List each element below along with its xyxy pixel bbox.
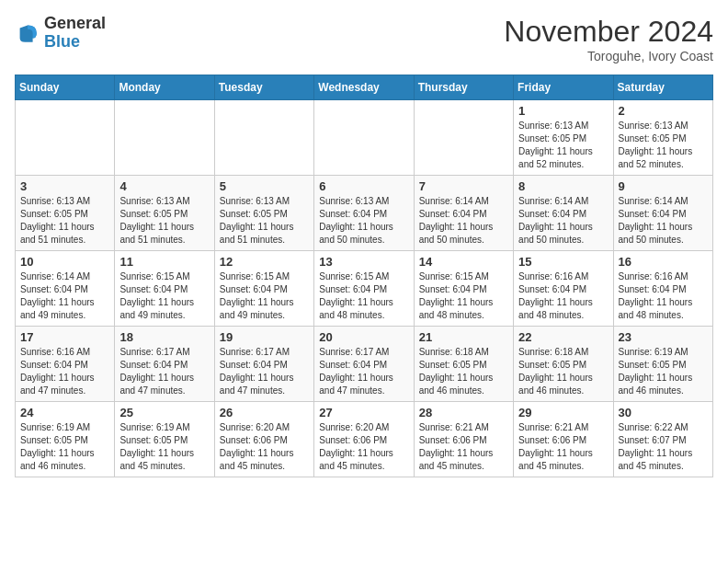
day-number: 11	[119, 255, 209, 269]
calendar-cell: 22Sunrise: 6:18 AM Sunset: 6:05 PM Dayli…	[514, 327, 613, 402]
logo: General Blue	[15, 15, 106, 52]
logo-icon	[15, 20, 40, 46]
day-info: Sunrise: 6:14 AM Sunset: 6:04 PM Dayligh…	[419, 195, 508, 247]
calendar-cell: 15Sunrise: 6:16 AM Sunset: 6:04 PM Dayli…	[514, 251, 613, 327]
day-number: 27	[319, 406, 408, 419]
calendar-cell: 10Sunrise: 6:14 AM Sunset: 6:04 PM Dayli…	[16, 251, 115, 327]
calendar-cell: 3Sunrise: 6:13 AM Sunset: 6:05 PM Daylig…	[16, 176, 115, 251]
day-number: 16	[619, 255, 708, 269]
weekday-monday: Monday	[115, 75, 214, 100]
day-info: Sunrise: 6:19 AM Sunset: 6:05 PM Dayligh…	[119, 421, 209, 473]
weekday-row: SundayMondayTuesdayWednesdayThursdayFrid…	[16, 75, 713, 100]
weekday-friday: Friday	[514, 75, 613, 100]
day-number: 24	[20, 406, 109, 419]
calendar-cell: 6Sunrise: 6:13 AM Sunset: 6:04 PM Daylig…	[314, 176, 414, 251]
day-number: 28	[419, 406, 508, 419]
day-number: 19	[220, 330, 309, 344]
month-title: November 2024	[504, 15, 713, 49]
day-info: Sunrise: 6:13 AM Sunset: 6:05 PM Dayligh…	[119, 195, 209, 247]
week-row-3: 17Sunrise: 6:16 AM Sunset: 6:04 PM Dayli…	[16, 327, 713, 402]
calendar-cell: 30Sunrise: 6:22 AM Sunset: 6:07 PM Dayli…	[613, 402, 712, 477]
day-number: 9	[619, 179, 708, 193]
day-info: Sunrise: 6:17 AM Sunset: 6:04 PM Dayligh…	[220, 346, 309, 397]
calendar-cell: 4Sunrise: 6:13 AM Sunset: 6:05 PM Daylig…	[115, 176, 214, 251]
day-number: 20	[319, 330, 408, 344]
day-info: Sunrise: 6:14 AM Sunset: 6:04 PM Dayligh…	[619, 195, 708, 247]
day-info: Sunrise: 6:21 AM Sunset: 6:06 PM Dayligh…	[518, 421, 608, 473]
day-info: Sunrise: 6:19 AM Sunset: 6:05 PM Dayligh…	[619, 346, 708, 397]
day-info: Sunrise: 6:18 AM Sunset: 6:05 PM Dayligh…	[419, 346, 508, 397]
calendar-cell: 18Sunrise: 6:17 AM Sunset: 6:04 PM Dayli…	[115, 327, 214, 402]
calendar-cell: 1Sunrise: 6:13 AM Sunset: 6:05 PM Daylig…	[514, 100, 613, 176]
calendar-cell	[314, 100, 414, 176]
day-number: 7	[419, 179, 508, 193]
calendar-header: SundayMondayTuesdayWednesdayThursdayFrid…	[16, 75, 713, 100]
calendar-cell: 17Sunrise: 6:16 AM Sunset: 6:04 PM Dayli…	[16, 327, 115, 402]
day-number: 14	[419, 255, 508, 269]
calendar-body: 1Sunrise: 6:13 AM Sunset: 6:05 PM Daylig…	[16, 100, 713, 477]
day-info: Sunrise: 6:13 AM Sunset: 6:05 PM Dayligh…	[619, 120, 708, 171]
location-subtitle: Toroguhe, Ivory Coast	[504, 49, 713, 63]
logo-general-text: General	[44, 14, 106, 32]
week-row-2: 10Sunrise: 6:14 AM Sunset: 6:04 PM Dayli…	[16, 251, 713, 327]
day-number: 15	[518, 255, 608, 269]
day-number: 29	[518, 406, 608, 419]
day-number: 17	[20, 330, 109, 344]
day-number: 25	[119, 406, 209, 419]
calendar-cell: 7Sunrise: 6:14 AM Sunset: 6:04 PM Daylig…	[414, 176, 513, 251]
calendar-cell: 21Sunrise: 6:18 AM Sunset: 6:05 PM Dayli…	[414, 327, 513, 402]
day-info: Sunrise: 6:20 AM Sunset: 6:06 PM Dayligh…	[220, 421, 309, 473]
weekday-wednesday: Wednesday	[314, 75, 414, 100]
day-info: Sunrise: 6:14 AM Sunset: 6:04 PM Dayligh…	[20, 270, 109, 322]
day-info: Sunrise: 6:14 AM Sunset: 6:04 PM Dayligh…	[518, 195, 608, 247]
week-row-0: 1Sunrise: 6:13 AM Sunset: 6:05 PM Daylig…	[16, 100, 713, 176]
day-number: 21	[419, 330, 508, 344]
calendar-cell: 9Sunrise: 6:14 AM Sunset: 6:04 PM Daylig…	[613, 176, 712, 251]
day-info: Sunrise: 6:13 AM Sunset: 6:05 PM Dayligh…	[518, 120, 608, 171]
day-info: Sunrise: 6:15 AM Sunset: 6:04 PM Dayligh…	[220, 270, 309, 322]
weekday-sunday: Sunday	[16, 75, 115, 100]
calendar-cell	[214, 100, 313, 176]
day-number: 2	[619, 104, 708, 118]
day-number: 13	[319, 255, 408, 269]
day-number: 4	[119, 179, 209, 193]
week-row-4: 24Sunrise: 6:19 AM Sunset: 6:05 PM Dayli…	[16, 402, 713, 477]
calendar-cell: 11Sunrise: 6:15 AM Sunset: 6:04 PM Dayli…	[115, 251, 214, 327]
calendar-table: SundayMondayTuesdayWednesdayThursdayFrid…	[15, 75, 713, 477]
calendar-cell: 23Sunrise: 6:19 AM Sunset: 6:05 PM Dayli…	[613, 327, 712, 402]
logo-blue-text: Blue	[44, 32, 80, 51]
day-info: Sunrise: 6:15 AM Sunset: 6:04 PM Dayligh…	[119, 270, 209, 322]
day-info: Sunrise: 6:16 AM Sunset: 6:04 PM Dayligh…	[20, 346, 109, 397]
day-info: Sunrise: 6:21 AM Sunset: 6:06 PM Dayligh…	[419, 421, 508, 473]
week-row-1: 3Sunrise: 6:13 AM Sunset: 6:05 PM Daylig…	[16, 176, 713, 251]
day-number: 22	[518, 330, 608, 344]
day-number: 6	[319, 179, 408, 193]
calendar-cell: 28Sunrise: 6:21 AM Sunset: 6:06 PM Dayli…	[414, 402, 513, 477]
day-number: 10	[20, 255, 109, 269]
calendar-cell	[16, 100, 115, 176]
day-number: 26	[220, 406, 309, 419]
calendar-cell: 5Sunrise: 6:13 AM Sunset: 6:05 PM Daylig…	[214, 176, 313, 251]
day-number: 3	[20, 179, 109, 193]
calendar-cell: 29Sunrise: 6:21 AM Sunset: 6:06 PM Dayli…	[514, 402, 613, 477]
day-info: Sunrise: 6:18 AM Sunset: 6:05 PM Dayligh…	[518, 346, 608, 397]
day-info: Sunrise: 6:22 AM Sunset: 6:07 PM Dayligh…	[619, 421, 708, 473]
day-info: Sunrise: 6:15 AM Sunset: 6:04 PM Dayligh…	[419, 270, 508, 322]
day-info: Sunrise: 6:17 AM Sunset: 6:04 PM Dayligh…	[119, 346, 209, 397]
title-block: November 2024 Toroguhe, Ivory Coast	[504, 15, 713, 63]
day-number: 18	[119, 330, 209, 344]
day-info: Sunrise: 6:13 AM Sunset: 6:04 PM Dayligh…	[319, 195, 408, 247]
calendar-cell: 14Sunrise: 6:15 AM Sunset: 6:04 PM Dayli…	[414, 251, 513, 327]
day-info: Sunrise: 6:13 AM Sunset: 6:05 PM Dayligh…	[20, 195, 109, 247]
calendar-cell	[115, 100, 214, 176]
day-info: Sunrise: 6:16 AM Sunset: 6:04 PM Dayligh…	[619, 270, 708, 322]
day-info: Sunrise: 6:17 AM Sunset: 6:04 PM Dayligh…	[319, 346, 408, 397]
day-number: 23	[619, 330, 708, 344]
page-header: General Blue November 2024 Toroguhe, Ivo…	[15, 15, 713, 63]
calendar-cell: 24Sunrise: 6:19 AM Sunset: 6:05 PM Dayli…	[16, 402, 115, 477]
day-info: Sunrise: 6:16 AM Sunset: 6:04 PM Dayligh…	[518, 270, 608, 322]
day-number: 5	[220, 179, 309, 193]
calendar-cell	[414, 100, 513, 176]
calendar-cell: 8Sunrise: 6:14 AM Sunset: 6:04 PM Daylig…	[514, 176, 613, 251]
day-info: Sunrise: 6:15 AM Sunset: 6:04 PM Dayligh…	[319, 270, 408, 322]
